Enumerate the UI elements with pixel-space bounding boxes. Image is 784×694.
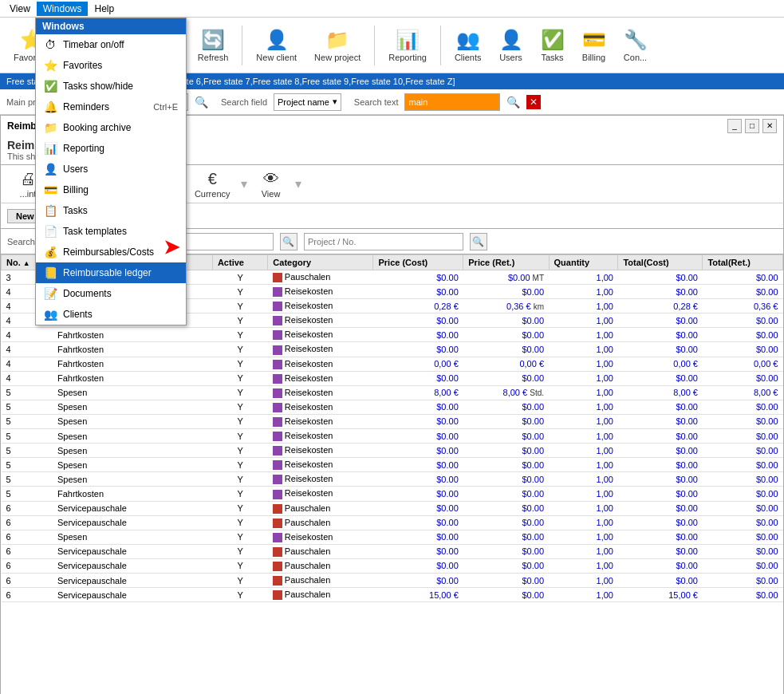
menu-item-tasks-show/hide[interactable]: ✅ Tasks show/hide: [36, 76, 186, 97]
table-row[interactable]: 6 Servicepauschale Y Pauschalen $0.00 $0…: [2, 544, 783, 558]
table-row[interactable]: 6 Servicepauschale Y Pauschalen $0.00 $0…: [2, 558, 783, 573]
table-row[interactable]: 6 Spesen Y Reisekosten $0.00 $0.00 1,00 …: [2, 530, 783, 544]
table-row[interactable]: 4 Fahrtkosten Y Reisekosten $0.00 $0.00 …: [2, 371, 783, 385]
col-quantity[interactable]: Quantity: [549, 255, 618, 270]
table-row[interactable]: 5 Spesen Y Reisekosten $0.00 $0.00 1,00 …: [2, 400, 783, 414]
col-total-ret[interactable]: Total(Ret.): [703, 255, 783, 270]
clients-button[interactable]: 👥 Clients: [447, 22, 489, 69]
configure-icon: 🔧: [624, 29, 648, 51]
cell-total-ret: 0,36 €: [703, 299, 783, 313]
cell-total-cost: $0.00: [618, 544, 703, 558]
minimize-button[interactable]: _: [727, 119, 742, 133]
cell-active: Y: [212, 558, 267, 573]
users-button[interactable]: 👤 Users: [492, 22, 530, 69]
refresh-label: Refresh: [198, 53, 229, 62]
menu-windows[interactable]: Windows: [37, 2, 89, 16]
cell-expense: Servicepauschale: [53, 588, 212, 602]
cell-total-cost: $0.00: [618, 400, 703, 414]
table-row[interactable]: 5 Spesen Y Reisekosten $0.00 $0.00 1,00 …: [2, 458, 783, 472]
menu-item-users[interactable]: 👤 Users: [36, 159, 186, 179]
col-price-cost[interactable]: Price (Cost): [373, 255, 463, 270]
cell-price-ret: $0.00: [463, 342, 549, 357]
print-label: ...int: [20, 189, 37, 199]
cell-total-ret: $0.00: [703, 515, 783, 530]
menu-item-icon-9: 📄: [44, 225, 57, 238]
menu-item-favorites[interactable]: ⭐ Favorites: [36, 55, 186, 76]
windows-menu-header: Windows: [36, 18, 186, 34]
cell-price-cost: $0.00: [373, 444, 463, 458]
menu-item-reporting[interactable]: 📊 Reporting: [36, 138, 186, 159]
table-row[interactable]: 6 Servicepauschale Y Pauschalen 15,00 € …: [2, 588, 783, 602]
table-row[interactable]: 6 Servicepauschale Y Pauschalen $0.00 $0…: [2, 573, 783, 587]
cell-total-cost: $0.00: [618, 342, 703, 357]
menu-item-booking-archive[interactable]: 📁 Booking archive: [36, 117, 186, 138]
search-field-dropdown[interactable]: Project name ▾: [274, 93, 341, 111]
refresh-button[interactable]: 🔄 Refresh: [191, 22, 236, 69]
search-execute-icon[interactable]: 🔍: [506, 96, 520, 108]
col-total-cost[interactable]: Total(Cost): [618, 255, 703, 270]
table-row[interactable]: 5 Spesen Y Reisekosten $0.00 $0.00 1,00 …: [2, 472, 783, 487]
cell-expense: Fahrtkosten: [53, 357, 212, 371]
project-search-icon-button[interactable]: 🔍: [470, 233, 487, 250]
menu-item-tasks[interactable]: 📋 Tasks: [36, 200, 186, 221]
table-row[interactable]: 4 Fahrtkosten Y Reisekosten 0,00 € 0,00 …: [2, 357, 783, 371]
col-price-ret[interactable]: Price (Ret.): [463, 255, 549, 270]
menu-item-documents[interactable]: 📝 Documents: [36, 283, 186, 304]
cell-price-ret: $0.00: [463, 515, 549, 530]
table-row[interactable]: 5 Spesen Y Reisekosten $0.00 $0.00 1,00 …: [2, 414, 783, 428]
table-row[interactable]: 5 Spesen Y Reisekosten $0.00 $0.00 1,00 …: [2, 429, 783, 444]
chevron-down-icon: ▾: [333, 97, 337, 107]
cell-total-ret: $0.00: [703, 544, 783, 558]
configure-button[interactable]: 🔧 Con...: [617, 22, 655, 69]
project-filter-input[interactable]: [304, 233, 463, 250]
table-row[interactable]: 4 Fahrtkosten Y Reisekosten $0.00 $0.00 …: [2, 342, 783, 357]
table-row[interactable]: 5 Fahrtkosten Y Reisekosten $0.00 $0.00 …: [2, 487, 783, 501]
new-client-button[interactable]: 👤 New client: [249, 22, 304, 69]
col-category[interactable]: Category: [268, 255, 373, 270]
main-project-search-icon[interactable]: 🔍: [195, 96, 208, 108]
view-button[interactable]: 👁 View: [250, 168, 292, 200]
billing-button[interactable]: 💳 Billing: [575, 22, 613, 69]
cell-quantity: 1,00: [549, 400, 618, 414]
menu-help[interactable]: Help: [88, 2, 120, 16]
cell-price-cost: $0.00: [373, 414, 463, 428]
table-row[interactable]: 6 Servicepauschale Y Pauschalen $0.00 $0…: [2, 515, 783, 530]
reporting-button[interactable]: 📊 Reporting: [381, 22, 434, 69]
menu-view[interactable]: View: [3, 2, 37, 16]
menu-item-label-2: Tasks show/hide: [63, 81, 133, 92]
cell-price-ret: $0.00: [463, 472, 549, 487]
currency-button[interactable]: € Currency: [187, 168, 238, 200]
cell-quantity: 1,00: [549, 429, 618, 444]
cell-category: Reisekosten: [268, 357, 373, 371]
menu-item-icon-12: 📝: [44, 287, 57, 300]
cell-price-cost: 8,00 €: [373, 385, 463, 400]
new-project-button[interactable]: 📁 New project: [307, 22, 368, 69]
cell-price-cost: $0.00: [373, 558, 463, 573]
cell-quantity: 1,00: [549, 299, 618, 313]
cell-total-ret: $0.00: [703, 371, 783, 385]
table-row[interactable]: 4 Fahrtkosten Y Reisekosten $0.00 $0.00 …: [2, 328, 783, 342]
dropdown-value: Project name: [278, 97, 329, 107]
menu-item-timebar-on/off[interactable]: ⏱ Timebar on/off: [36, 34, 186, 55]
col-active[interactable]: Active: [212, 255, 267, 270]
search-text-input[interactable]: [404, 93, 500, 111]
cell-active: Y: [212, 429, 267, 444]
menu-item-icon-10: 💰: [44, 246, 57, 258]
table-row[interactable]: 5 Spesen Y Reisekosten 8,00 € 8,00 € Std…: [2, 385, 783, 400]
tasks-button[interactable]: ✅ Tasks: [534, 22, 572, 69]
close-button[interactable]: ✕: [762, 119, 777, 133]
menu-item-icon-13: 👥: [44, 308, 57, 321]
table-row[interactable]: 5 Spesen Y Reisekosten $0.00 $0.00 1,00 …: [2, 444, 783, 458]
menu-item-reimbursable-ledger[interactable]: 📒 Reimbursable ledger: [36, 262, 186, 283]
menu-item-billing[interactable]: 💳 Billing: [36, 179, 186, 200]
maximize-button[interactable]: □: [745, 119, 759, 133]
search-label: Search:: [7, 237, 37, 246]
cell-price-cost: 15,00 €: [373, 588, 463, 602]
search-clear-button[interactable]: ✕: [526, 95, 541, 109]
new-client-icon: 👤: [265, 29, 289, 51]
table-row[interactable]: 6 Servicepauschale Y Pauschalen $0.00 $0…: [2, 501, 783, 515]
menu-item-clients[interactable]: 👥 Clients: [36, 304, 186, 325]
cell-active: Y: [212, 573, 267, 587]
client-search-icon-button[interactable]: 🔍: [280, 233, 297, 250]
menu-item-reminders[interactable]: 🔔 Reminders Ctrl+E: [36, 97, 186, 117]
